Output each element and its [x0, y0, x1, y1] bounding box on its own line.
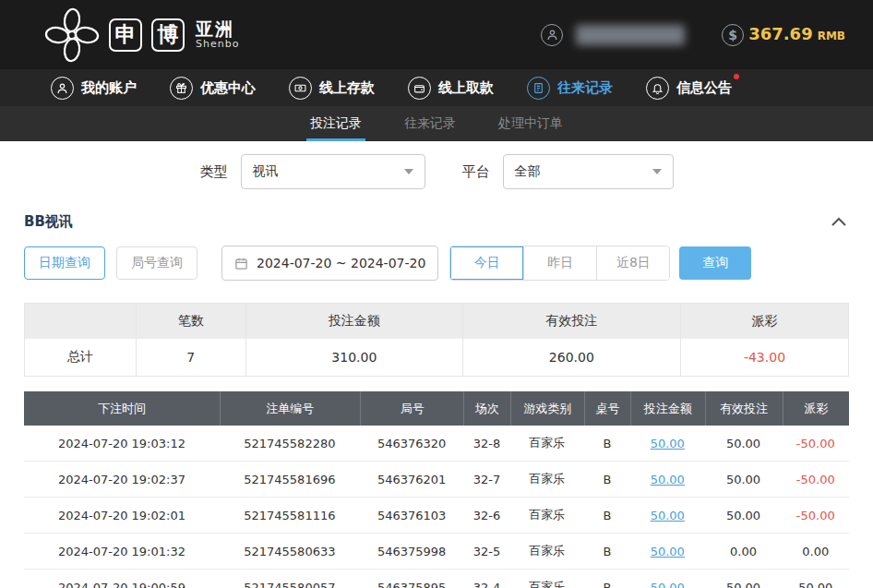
search-button[interactable]: 查询: [679, 246, 751, 280]
payout-cell: 50.00: [783, 570, 849, 588]
record-tabs: 投注记录 往来记录 处理中订单: [0, 106, 873, 141]
bet-time-cell: 2024-07-20 19:00:59: [24, 570, 220, 588]
type-label: 类型: [200, 163, 228, 181]
tab-bet-records[interactable]: 投注记录: [303, 106, 369, 141]
main-navigation: 我的账户 优惠中心 线上存款 线上取款 往来记录: [0, 69, 873, 106]
summary-header-payout: 派彩: [680, 304, 848, 339]
payout-cell: -50.00: [783, 498, 849, 533]
bet-amount-link[interactable]: 50.00: [630, 426, 704, 461]
last-8-days-button[interactable]: 近8日: [596, 246, 669, 280]
summary-header-bet: 投注金额: [245, 304, 462, 339]
nav-label: 我的账户: [81, 79, 137, 97]
bet-table-header: 下注时间 注单编号 局号 场次 游戏类别 桌号 投注金额 有效投注 派彩: [24, 391, 849, 426]
today-button[interactable]: 今日: [450, 246, 523, 280]
valid-bet-cell: 0.00: [705, 534, 783, 569]
nav-item-records[interactable]: 往来记录: [527, 77, 613, 100]
game-type-cell: 百家乐: [510, 462, 584, 497]
user-avatar-icon[interactable]: [541, 24, 563, 46]
calendar-icon: [234, 257, 248, 270]
nav-label: 线上存款: [319, 79, 375, 97]
tab-transaction-records[interactable]: 往来记录: [397, 106, 463, 141]
bet-amount-link[interactable]: 50.00: [630, 534, 704, 569]
quick-range-group: 今日 昨日 近8日: [449, 246, 670, 281]
summary-payout-value: -43.00: [680, 339, 848, 376]
logo-char-bo: 博: [151, 18, 185, 52]
col-bet-amount: 投注金额: [630, 391, 704, 426]
summary-header-count: 笔数: [136, 304, 246, 339]
round-number-cell: 546376201: [360, 462, 464, 497]
bet-amount-link[interactable]: 50.00: [630, 462, 704, 497]
summary-table: 笔数 投注金额 有效投注 派彩 总计 7 310.00 260.00 -43.0…: [24, 303, 849, 377]
col-payout: 派彩: [783, 391, 849, 426]
flower-logo-icon: [44, 7, 100, 63]
bet-time-cell: 2024-07-20 19:02:01: [24, 498, 220, 533]
order-number-cell: 521745581696: [220, 462, 360, 497]
col-session: 场次: [463, 391, 509, 426]
nav-item-promotions[interactable]: 优惠中心: [170, 77, 256, 100]
valid-bet-cell: 50.00: [705, 570, 783, 588]
game-type-cell: 百家乐: [510, 534, 584, 569]
bet-amount-link[interactable]: 50.00: [630, 498, 704, 533]
payout-cell: -50.00: [783, 426, 849, 461]
round-number-cell: 546376103: [360, 498, 464, 533]
top-header: 申 博 亚洲 Shenbo $ 367.69 RMB: [0, 0, 873, 69]
order-number-cell: 521745582280: [220, 426, 360, 461]
bet-table-body: 2024-07-20 19:03:12 521745582280 5463763…: [24, 426, 849, 588]
bet-time-cell: 2024-07-20 19:03:12: [24, 426, 220, 461]
currency-coin-icon: $: [722, 24, 744, 46]
summary-bet-value: 310.00: [245, 339, 462, 376]
balance-currency: RMB: [818, 30, 845, 42]
round-number-cell: 546376320: [360, 426, 464, 461]
nav-label: 信息公告: [676, 79, 732, 97]
bet-time-cell: 2024-07-20 19:02:37: [24, 462, 220, 497]
session-cell: 32-7: [463, 462, 509, 497]
table-row: 2024-07-20 19:01:32 521745580633 5463759…: [24, 534, 849, 570]
col-table-number: 桌号: [584, 391, 630, 426]
table-row: 2024-07-20 19:03:12 521745582280 5463763…: [24, 426, 849, 462]
table-number-cell: B: [584, 534, 630, 569]
notification-dot: [734, 74, 739, 79]
session-cell: 32-8: [463, 426, 509, 461]
username-redacted[interactable]: [576, 25, 685, 45]
bet-amount-link[interactable]: 50.00: [630, 570, 704, 588]
summary-header-valid: 有效投注: [462, 304, 680, 339]
session-cell: 32-4: [463, 570, 509, 588]
tab-pending-orders[interactable]: 处理中订单: [491, 106, 570, 141]
round-query-button[interactable]: 局号查询: [116, 246, 197, 280]
nav-item-announcements[interactable]: 信息公告: [646, 77, 732, 100]
valid-bet-cell: 50.00: [705, 462, 783, 497]
nav-item-my-account[interactable]: 我的账户: [51, 77, 137, 100]
chevron-down-icon: [404, 169, 413, 174]
nav-label: 往来记录: [557, 79, 613, 97]
col-bet-time: 下注时间: [24, 391, 220, 426]
valid-bet-cell: 50.00: [705, 498, 783, 533]
game-type-cell: 百家乐: [510, 426, 584, 461]
balance-display[interactable]: $ 367.69 RMB: [722, 24, 845, 46]
valid-bet-cell: 50.00: [705, 426, 783, 461]
order-number-cell: 521745580633: [220, 534, 360, 569]
game-type-cell: 百家乐: [510, 570, 584, 588]
logo-char-shen: 申: [109, 18, 142, 52]
nav-item-deposit[interactable]: 线上存款: [289, 77, 375, 100]
nav-item-withdraw[interactable]: 线上取款: [408, 77, 494, 100]
table-number-cell: B: [584, 426, 630, 461]
col-game-type: 游戏类别: [510, 391, 584, 426]
session-cell: 32-6: [463, 498, 509, 533]
date-range-input[interactable]: 2024-07-20 ~ 2024-07-20: [221, 246, 438, 281]
payout-cell: -50.00: [783, 462, 849, 497]
col-round-number: 局号: [360, 391, 464, 426]
type-select[interactable]: 视讯: [241, 154, 425, 189]
yesterday-button[interactable]: 昨日: [523, 246, 596, 280]
date-range-value: 2024-07-20 ~ 2024-07-20: [257, 256, 425, 270]
summary-valid-value: 260.00: [462, 339, 680, 376]
summary-total-row: 总计 7 310.00 260.00 -43.00: [25, 339, 848, 376]
date-query-button[interactable]: 日期查询: [24, 246, 105, 280]
platform-select[interactable]: 全部: [503, 154, 674, 189]
summary-header-row: 笔数 投注金额 有效投注 派彩: [25, 304, 848, 339]
logo-name-text: Shenbo: [196, 39, 239, 50]
brand-logo[interactable]: 申 博 亚洲 Shenbo: [44, 7, 239, 63]
section-header: BB视讯: [0, 200, 873, 236]
section-title: BB视讯: [24, 213, 73, 231]
collapse-chevron-up-icon[interactable]: [831, 217, 847, 227]
nav-label: 线上取款: [438, 79, 494, 97]
